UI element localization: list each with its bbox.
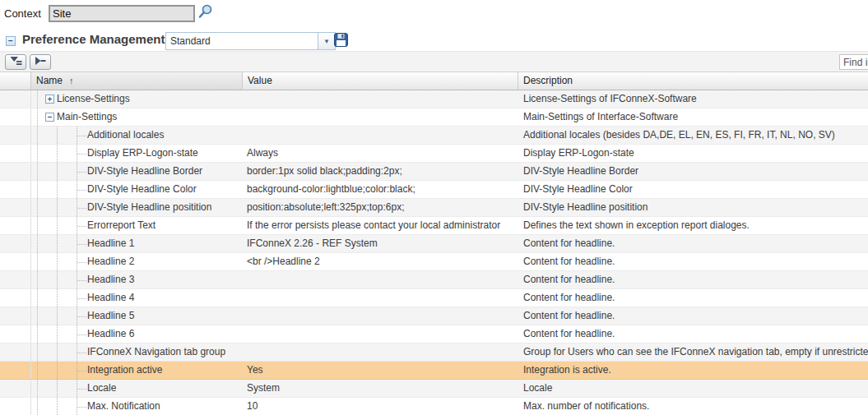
table-row[interactable]: Integration activeYesIntegration is acti… [0, 362, 868, 380]
pref-value [243, 271, 518, 288]
row-gutter-cell [0, 271, 31, 288]
table-row[interactable]: Headline 6Content for headline. [0, 325, 868, 344]
row-gutter-cell [0, 253, 31, 270]
pref-name: Integration active [87, 362, 162, 379]
pref-name: Locale [87, 380, 116, 397]
pref-name: License-Settings [57, 93, 130, 104]
pref-name-cell: +License-Settings [31, 90, 243, 108]
tree-elbow-line [77, 280, 86, 281]
pref-description: DIV-Style Headline Border [518, 163, 868, 180]
tree-guide-line [57, 217, 58, 234]
tree-guide-line [37, 380, 38, 397]
column-header-value[interactable]: Value [243, 72, 518, 90]
tree-expand-icon[interactable]: + [45, 95, 54, 104]
table-row[interactable]: Headline 5Content for headline. [0, 307, 868, 325]
pref-value: background-color:lightblue;color:black; [243, 181, 518, 198]
collapse-tree-icon [35, 56, 46, 68]
pref-name: IFConneX Navigation tab group [87, 344, 225, 361]
pref-description: Group for Users who can see the IFConneX… [518, 344, 868, 361]
tree-guide-line [57, 362, 58, 379]
tree-guide-line [37, 398, 38, 415]
find-input[interactable] [839, 54, 868, 70]
tree-guide-line [57, 271, 58, 288]
pref-description: Additional locales (besides DA,DE, EL, E… [518, 127, 868, 144]
panel-collapse-icon[interactable]: − [6, 36, 16, 46]
row-gutter-cell [0, 127, 31, 144]
tree-elbow-line [77, 407, 86, 408]
tree-guide-line [57, 199, 58, 216]
tree-elbow-line [77, 389, 86, 390]
tree-guide-line [37, 362, 38, 379]
pref-name-cell: −Main-Settings [31, 108, 243, 126]
pref-name-cell: Additional locales [31, 127, 243, 144]
pref-value: System [243, 380, 518, 397]
pref-name-cell: Locale [31, 380, 243, 397]
tree-guide-line [37, 108, 38, 126]
row-gutter-cell [0, 199, 31, 216]
table-row[interactable]: +License-SettingsLicense-Settings of IFC… [0, 90, 868, 108]
pref-value [243, 127, 518, 144]
table-row[interactable]: DIV-Style Headline Colorbackground-color… [0, 181, 868, 199]
tree-guide-line [37, 181, 38, 198]
tree-guide-line [57, 325, 58, 343]
table-row[interactable]: Additional localesAdditional locales (be… [0, 127, 868, 145]
preference-management-window: Context − Preference Management Standard… [0, 0, 868, 415]
pref-name-cell: Headline 2 [31, 253, 243, 270]
profile-select[interactable]: Standard ▾ [165, 32, 336, 50]
pref-value: position:absolute;left:325px;top:6px; [243, 199, 518, 216]
table-row[interactable]: IFConneX Navigation tab groupGroup for U… [0, 344, 868, 362]
filter-menu-icon [10, 56, 22, 68]
pref-value [243, 289, 518, 307]
table-row[interactable]: Display ERP-Logon-stateAlwaysDisplay ERP… [0, 145, 868, 163]
collapse-all-button[interactable] [30, 54, 51, 70]
table-row[interactable]: Headline 2<br />Headline 2Content for he… [0, 253, 868, 271]
pref-name: Errorreport Text [87, 217, 155, 234]
column-header-name[interactable]: Name↑ [31, 72, 243, 90]
table-row[interactable]: −Main-SettingsMain-Settings of Interface… [0, 108, 868, 127]
tree-elbow-line [77, 316, 86, 317]
pref-name: Display ERP-Logon-state [87, 145, 198, 162]
column-header-description[interactable]: Description [518, 72, 868, 90]
tree-guide-line [57, 398, 58, 415]
tree-guide-line [37, 344, 38, 361]
pref-description: Content for headline. [518, 307, 868, 325]
sort-ascending-icon: ↑ [69, 76, 74, 85]
table-row[interactable]: LocaleSystemLocale [0, 380, 868, 398]
pref-name: Main-Settings [57, 111, 117, 122]
table-row[interactable]: DIV-Style Headline Borderborder:1px soli… [0, 163, 868, 181]
table-row[interactable]: Headline 3Content for headline. [0, 271, 868, 289]
tree-collapse-icon[interactable]: − [45, 113, 54, 122]
tree-guide-line [37, 235, 38, 252]
grid-header: Name↑ Value Description [0, 72, 868, 90]
table-row[interactable]: Errorreport TextIf the error persists pl… [0, 217, 868, 235]
pref-description: Max. number of notifications. [518, 398, 868, 415]
tree-guide-line [37, 289, 38, 307]
context-input[interactable] [49, 5, 195, 22]
row-gutter-cell [0, 362, 31, 379]
row-gutter-cell [0, 145, 31, 162]
tree-elbow-line [77, 226, 86, 227]
grid-body: +License-SettingsLicense-Settings of IFC… [0, 90, 868, 415]
table-row[interactable]: DIV-Style Headline posititionposition:ab… [0, 199, 868, 217]
pref-value: IFConneX 2.26 - REF System [243, 235, 518, 252]
table-row[interactable]: Headline 4Content for headline. [0, 289, 868, 307]
pref-value [243, 90, 518, 108]
pref-value: border:1px solid black;padding:2px; [243, 163, 518, 180]
pref-value: 10 [243, 398, 518, 415]
filter-button[interactable] [5, 54, 26, 70]
table-row[interactable]: Headline 1IFConneX 2.26 - REF SystemCont… [0, 235, 868, 253]
tree-guide-line [57, 289, 58, 307]
table-row[interactable]: Max. Notification10Max. number of notifi… [0, 398, 868, 415]
search-button[interactable] [196, 3, 214, 21]
tree-guide-line [37, 271, 38, 288]
tree-guide-line [37, 253, 38, 270]
pref-description: Display ERP-Logon-state [518, 145, 868, 162]
tree-elbow-line [77, 334, 86, 335]
row-gutter-cell [0, 380, 31, 397]
pref-description: Main-Settings of Interface-Software [518, 108, 868, 126]
tree-elbow-line [77, 208, 86, 209]
pref-value [243, 307, 518, 325]
floppy-disk-icon [334, 37, 348, 49]
save-button[interactable] [332, 33, 349, 49]
tree-guide-line [57, 127, 58, 144]
